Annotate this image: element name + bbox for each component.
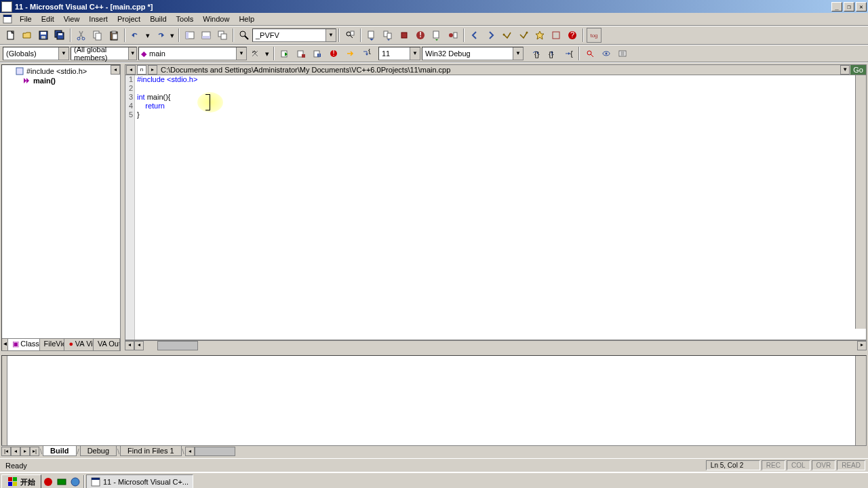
editor-nav-tab[interactable]: n [137,65,146,75]
output-tab-next[interactable]: ▸ [20,447,30,456]
menu-file[interactable]: File [15,14,37,24]
menu-tools[interactable]: Tools [172,14,199,24]
build-button[interactable] [380,28,395,43]
code-editor[interactable]: 1 2 3 4 5 #include <stdio.h> int main(){… [125,75,867,340]
undo-dropdown[interactable]: ▾ [144,28,151,43]
va-button-2[interactable] [516,28,531,43]
output-body[interactable] [1,355,867,446]
config-project-combo[interactable]: 11▼ [378,47,420,60]
tab-vaoutline[interactable]: VA Outl [94,339,120,350]
sidebar-tab-nav[interactable]: ◂ [2,339,8,350]
va-refactor-button[interactable] [532,28,547,43]
debug-stepout-button[interactable]: {} [545,46,559,61]
debug-stepinto-button[interactable]: {} [359,46,374,61]
debug-shownext-button[interactable] [342,46,357,61]
nav-back-button[interactable] [467,28,482,43]
tree-item-include[interactable]: #include <stdio.h> [3,66,119,76]
dropdown-arrow-icon[interactable]: ▼ [236,47,246,60]
find-combo[interactable]: _PVFV ▼ [252,28,336,42]
find-in-files-button[interactable] [342,28,357,43]
tab-classview[interactable]: ▣ ClassV [8,339,40,350]
redo-button[interactable] [153,28,167,43]
output-vertical-scrollbar[interactable] [855,356,866,445]
workspace-button[interactable] [182,28,197,43]
editor-horizontal-scrollbar[interactable]: ◂ ◂ ▸ [125,340,867,351]
compile-button[interactable] [364,28,379,43]
sidebar-nav-left[interactable]: ◂ [111,65,120,75]
find-button[interactable] [237,28,252,43]
output-scroll-left[interactable]: ◂ [185,447,195,456]
editor-dropdown[interactable]: ▼ [840,65,850,75]
breakpoint-button[interactable] [446,28,460,43]
menu-project[interactable]: Project [113,14,145,24]
menu-edit[interactable]: Edit [37,14,59,24]
stop-build-button[interactable] [397,28,412,43]
filter-combo[interactable]: (All global members)▼ [71,47,137,60]
go-button[interactable] [429,28,444,43]
new-file-button[interactable] [3,28,18,43]
va-context-button[interactable] [549,28,564,43]
dropdown-arrow-icon[interactable]: ▼ [410,47,420,60]
tray-icon-2[interactable] [56,476,67,487]
editor-nav-split[interactable]: ▸ [148,65,157,75]
menu-window[interactable]: Window [198,14,234,24]
menu-insert[interactable]: Insert [84,14,113,24]
menu-help[interactable]: Help [234,14,259,24]
class-combo[interactable]: (Globals)▼ [3,47,69,60]
copy-button[interactable] [90,28,105,43]
output-tab-last[interactable]: ▸| [30,447,39,456]
debug-apply-button[interactable]: ! [326,46,341,61]
debug-stepover-button[interactable]: {} [528,46,543,61]
output-tab-debug[interactable]: Debug [80,446,117,456]
debug-runcursor-button[interactable]: {} [561,46,576,61]
class-tree[interactable]: #include <stdio.h> main() [2,65,120,350]
tree-item-main[interactable]: main() [3,76,119,85]
scroll-thumb[interactable] [157,341,198,350]
taskbar-app-button[interactable]: 11 - Microsoft Visual C+... [86,474,193,488]
mdi-icon[interactable] [3,14,12,24]
output-tab-build[interactable]: Build [43,446,77,456]
tray-icon-1[interactable] [43,476,54,487]
start-button[interactable]: 开始 [1,474,41,488]
tray-icon-3[interactable] [70,476,81,487]
va-help-button[interactable]: ? [565,28,580,43]
menu-view[interactable]: View [59,14,85,24]
wizard-dropdown[interactable]: ▾ [264,46,271,61]
tab-vaview[interactable]: ● VA Vie [64,339,94,350]
output-tab-findinfiles[interactable]: Find in Files 1 [120,446,181,456]
close-button[interactable]: ✕ [856,2,867,12]
window-list-button[interactable] [215,28,230,43]
save-button[interactable] [36,28,51,43]
va-toggle-button[interactable]: tog [587,28,601,43]
debug-stop-button[interactable] [294,46,309,61]
menu-build[interactable]: Build [145,14,171,24]
editor-vertical-scrollbar[interactable] [855,75,866,329]
output-tab-prev[interactable]: ◂ [11,447,20,456]
output-tab-first[interactable]: |◂ [1,447,11,456]
output-button[interactable] [199,28,214,43]
dropdown-arrow-icon[interactable]: ▼ [58,47,68,60]
tab-fileview[interactable]: FileVie [40,339,65,350]
va-button-1[interactable] [500,28,515,43]
open-button[interactable] [20,28,35,43]
output-hscroll-thumb[interactable] [195,447,235,456]
paste-button[interactable] [106,28,121,43]
save-all-button[interactable] [52,28,67,43]
dropdown-arrow-icon[interactable]: ▼ [128,47,136,60]
debug-break-button[interactable] [310,46,325,61]
nav-forward-button[interactable] [484,28,498,43]
member-combo[interactable]: ◆ main▼ [138,47,247,60]
minimize-button[interactable]: _ [831,2,842,12]
maximize-button[interactable]: ❐ [844,2,854,12]
wizard-action-button[interactable] [248,46,262,61]
dock-grip[interactable] [2,356,7,445]
debug-variables-button[interactable] [615,46,630,61]
cut-button[interactable] [74,28,89,43]
editor-go-button[interactable]: Go [850,65,866,75]
sidebar-nav-right[interactable] [120,65,130,75]
dropdown-arrow-icon[interactable]: ▼ [513,47,523,60]
debug-watch-button[interactable] [599,46,614,61]
config-combo[interactable]: Win32 Debug▼ [422,47,524,60]
redo-dropdown[interactable]: ▾ [169,28,176,43]
execute-button[interactable]: ! [413,28,428,43]
